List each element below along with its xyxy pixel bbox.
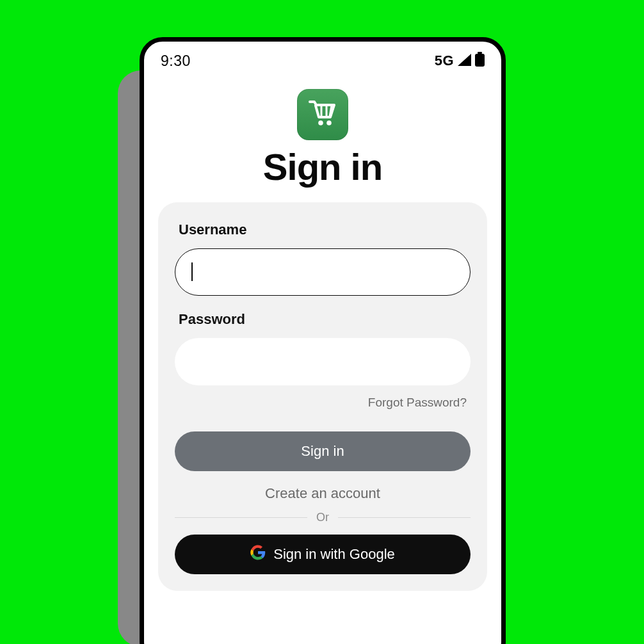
shopping-cart-icon (306, 97, 339, 133)
sign-in-button[interactable]: Sign in (175, 431, 471, 471)
password-input[interactable] (175, 338, 471, 385)
username-input[interactable] (175, 248, 471, 296)
app-content: Sign in Username Password Forgot Passwor… (144, 74, 501, 591)
google-sign-in-button[interactable]: Sign in with Google (175, 535, 471, 574)
svg-point-6 (326, 120, 332, 125)
battery-icon (475, 52, 485, 70)
page-title: Sign in (263, 145, 382, 188)
status-right-group: 5G (435, 52, 485, 70)
create-account-row: Create an account (175, 485, 471, 502)
separator-line-right (338, 517, 471, 518)
sign-in-button-label: Sign in (301, 443, 344, 460)
phone-frame: 9:30 5G (140, 37, 506, 644)
separator-line-left (175, 517, 307, 518)
status-time: 9:30 (161, 52, 191, 70)
forgot-password-link[interactable]: Forgot Password? (368, 396, 471, 410)
svg-rect-1 (475, 54, 485, 67)
separator-label: Or (316, 511, 329, 524)
svg-point-5 (318, 120, 323, 125)
or-separator: Or (175, 511, 471, 524)
sign-in-card: Username Password Forgot Password? Sign … (158, 202, 487, 591)
text-caret (191, 262, 193, 281)
username-input-wrap (175, 248, 471, 296)
network-label: 5G (435, 52, 454, 69)
app-logo (297, 89, 348, 140)
password-label: Password (175, 311, 471, 328)
status-bar: 9:30 5G (144, 42, 501, 74)
google-sign-in-label: Sign in with Google (273, 546, 395, 563)
username-label: Username (175, 221, 471, 238)
google-logo-icon (250, 545, 266, 564)
forgot-password-row: Forgot Password? (175, 396, 471, 410)
create-account-link[interactable]: Create an account (265, 485, 380, 502)
svg-rect-0 (478, 52, 482, 54)
signal-icon (458, 52, 471, 70)
